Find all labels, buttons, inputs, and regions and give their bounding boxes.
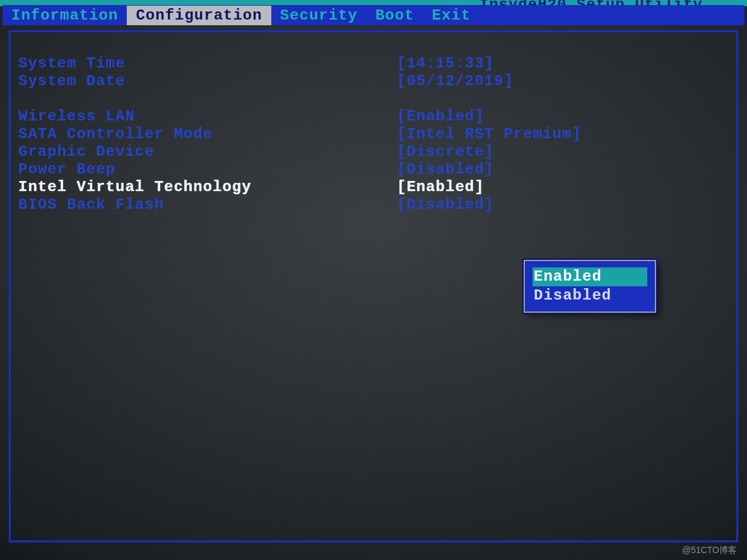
label-bios-back-flash: BIOS Back Flash — [18, 196, 397, 214]
row-graphic-device[interactable]: Graphic Device [Discrete] — [18, 143, 729, 161]
value-sata-controller-mode[interactable]: [Intel RST Premium] — [397, 125, 582, 143]
row-system-date[interactable]: System Date [05/12/2019] — [18, 73, 729, 90]
value-intel-vt[interactable]: [Enabled] — [397, 178, 485, 196]
bios-screen: InsydeH20 Setup Utility Information Conf… — [0, 0, 747, 560]
row-power-beep[interactable]: Power Beep [Disabled] — [18, 161, 729, 178]
tab-information[interactable]: Information — [3, 6, 127, 25]
tab-security[interactable]: Security — [271, 6, 367, 25]
tab-configuration[interactable]: Configuration — [127, 6, 271, 25]
value-power-beep[interactable]: [Disabled] — [397, 161, 494, 178]
tab-boot[interactable]: Boot — [367, 6, 423, 25]
label-system-date: System Date — [18, 73, 397, 90]
label-graphic-device: Graphic Device — [18, 143, 397, 161]
tab-exit[interactable]: Exit — [423, 6, 480, 25]
label-intel-vt: Intel Virtual Technology — [18, 178, 397, 196]
row-spacer — [18, 90, 729, 108]
row-wireless-lan[interactable]: Wireless LAN [Enabled] — [18, 108, 729, 125]
value-wireless-lan[interactable]: [Enabled] — [397, 108, 485, 125]
value-bios-back-flash[interactable]: [Disabled] — [397, 196, 494, 214]
config-rows: System Time [14:15:33] System Date [05/1… — [18, 55, 729, 214]
row-sata-controller-mode[interactable]: SATA Controller Mode [Intel RST Premium] — [18, 125, 729, 143]
watermark-text: @51CTO博客 — [682, 545, 737, 556]
value-system-time[interactable]: [14:15:33] — [397, 55, 494, 73]
row-intel-vt[interactable]: Intel Virtual Technology [Enabled] — [18, 178, 729, 196]
label-power-beep: Power Beep — [18, 161, 397, 178]
row-bios-back-flash[interactable]: BIOS Back Flash [Disabled] — [18, 196, 729, 214]
value-graphic-device[interactable]: [Discrete] — [397, 143, 494, 161]
label-wireless-lan: Wireless LAN — [18, 108, 397, 125]
label-sata-controller-mode: SATA Controller Mode — [18, 125, 397, 143]
menu-bar: Information Configuration Security Boot … — [3, 5, 744, 25]
label-system-time: System Time — [18, 55, 397, 73]
popup-option-enabled[interactable]: Enabled — [532, 267, 647, 286]
row-system-time[interactable]: System Time [14:15:33] — [18, 55, 729, 73]
option-popup: Enabled Disabled — [524, 260, 656, 313]
popup-option-disabled[interactable]: Disabled — [532, 286, 647, 305]
value-system-date[interactable]: [05/12/2019] — [397, 73, 514, 90]
